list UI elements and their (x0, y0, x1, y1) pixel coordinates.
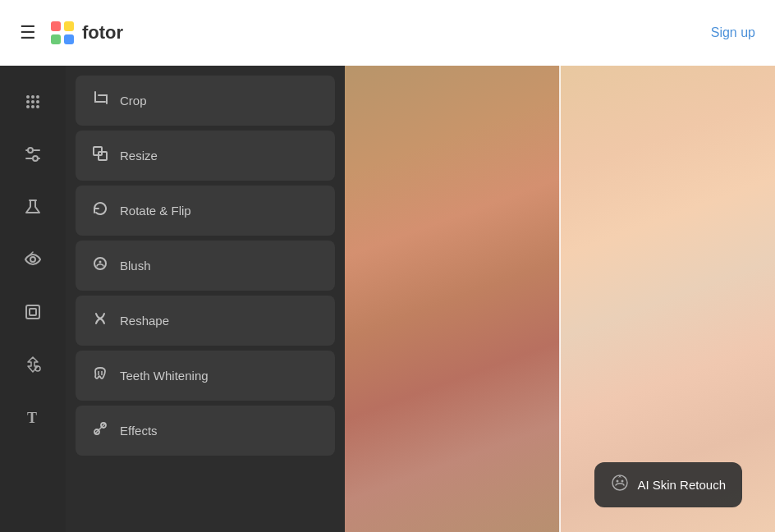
header: ☰ fotor Sign up (0, 0, 775, 66)
svg-point-7 (26, 100, 30, 103)
face-before (345, 66, 560, 532)
ai-skin-retouch-badge[interactable]: AI Skin Retouch (594, 462, 742, 507)
tool-item-reshape[interactable]: Reshape (76, 296, 335, 346)
reshape-label: Reshape (120, 314, 169, 328)
svg-point-8 (31, 100, 34, 103)
text-icon: T (24, 408, 42, 426)
svg-point-32 (612, 475, 627, 490)
svg-rect-20 (26, 305, 39, 319)
tool-item-resize[interactable]: Resize (76, 131, 335, 181)
svg-point-14 (28, 148, 33, 153)
frame-icon (24, 303, 42, 321)
svg-point-4 (26, 95, 30, 99)
canvas-area: AI Skin Retouch (345, 66, 775, 532)
rotate-icon (92, 200, 108, 221)
svg-point-6 (36, 95, 39, 99)
main-area: T Crop Resize (0, 66, 775, 532)
header-left: ☰ fotor (20, 20, 123, 46)
logo-icon (49, 20, 76, 46)
svg-rect-2 (51, 34, 61, 44)
sidebar-item-elements[interactable] (10, 342, 56, 388)
effects-icon (92, 420, 108, 441)
eye-icon (24, 250, 42, 268)
tools-panel: Crop Resize Rotate & Flip (66, 66, 345, 532)
tool-item-blush[interactable]: Blush (76, 241, 335, 291)
svg-text:T: T (27, 410, 37, 426)
blush-icon (92, 255, 108, 276)
svg-point-9 (36, 100, 39, 103)
teeth-label: Teeth Whitening (120, 369, 209, 383)
grid-icon (24, 93, 42, 111)
elements-icon (24, 355, 42, 374)
ai-badge-label: AI Skin Retouch (637, 478, 726, 492)
ai-badge-icon (611, 474, 629, 496)
resize-label: Resize (120, 149, 158, 163)
resize-icon (92, 145, 108, 166)
tool-item-rotate[interactable]: Rotate & Flip (76, 186, 335, 236)
rotate-label: Rotate & Flip (120, 204, 191, 218)
svg-rect-0 (51, 21, 61, 31)
tool-item-teeth[interactable]: Teeth Whitening (76, 351, 335, 401)
svg-rect-3 (64, 34, 74, 44)
comparison-divider (559, 66, 561, 532)
logo-text: fotor (82, 22, 123, 44)
sidebar-item-frame[interactable] (10, 289, 56, 335)
svg-rect-1 (64, 21, 74, 31)
svg-point-5 (31, 95, 34, 99)
sidebar-item-beauty[interactable] (10, 236, 56, 282)
logo: fotor (49, 20, 123, 46)
svg-point-16 (33, 156, 38, 161)
svg-point-33 (617, 480, 619, 483)
svg-point-18 (30, 257, 35, 262)
svg-point-10 (26, 105, 30, 108)
lab-icon (24, 198, 42, 216)
blush-label: Blush (120, 259, 151, 273)
tool-item-crop[interactable]: Crop (76, 76, 335, 126)
adjust-icon (24, 145, 42, 163)
sidebar-item-adjust[interactable] (10, 131, 56, 177)
sidebar-item-grid[interactable] (10, 79, 56, 125)
svg-point-12 (36, 105, 39, 108)
sidebar-item-text[interactable]: T (10, 394, 56, 440)
svg-rect-21 (30, 309, 36, 315)
effects-label: Effects (120, 424, 158, 438)
sidebar-item-lab[interactable] (10, 184, 56, 230)
crop-icon (92, 90, 108, 111)
reshape-icon (92, 310, 108, 331)
svg-point-11 (31, 105, 34, 108)
face-image: AI Skin Retouch (345, 66, 775, 532)
signup-button[interactable]: Sign up (711, 25, 755, 40)
teeth-icon (92, 365, 108, 386)
svg-point-27 (99, 261, 102, 264)
svg-point-34 (621, 480, 624, 483)
crop-label: Crop (120, 94, 147, 108)
menu-icon[interactable]: ☰ (20, 22, 36, 44)
tool-item-effects[interactable]: Effects (76, 406, 335, 456)
icon-sidebar: T (0, 66, 66, 532)
